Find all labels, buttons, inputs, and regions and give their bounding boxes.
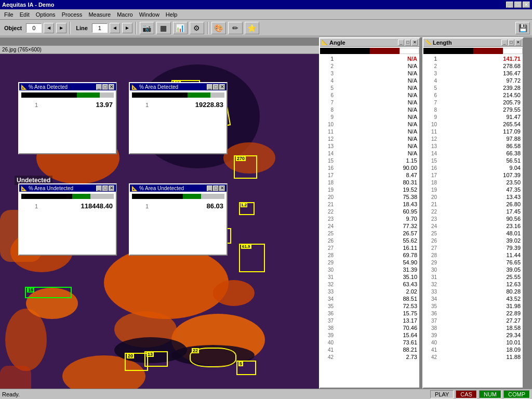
line-nav-right[interactable]: ► [122, 23, 132, 33]
angle-row: 42 2.73 [320, 353, 419, 361]
menu-macro[interactable]: Macro [114, 10, 136, 19]
maximize-btn-2[interactable]: □ [213, 84, 219, 90]
angle-row-num: 25 [320, 230, 336, 237]
angle-row: 18 80.31 [320, 179, 419, 186]
maximize-btn-3[interactable]: □ [102, 185, 108, 191]
length-maximize[interactable]: □ [508, 39, 514, 46]
length-row-val: 12.63 [439, 281, 523, 288]
length-panel-buttons[interactable]: _ □ ✕ [501, 39, 521, 46]
line-input[interactable] [92, 23, 108, 33]
area-undetected-1-row: 1 118448.40 [22, 202, 113, 210]
histogram-icon[interactable]: 📊 [173, 22, 188, 34]
menu-window[interactable]: Window [136, 10, 163, 19]
length-row-val: 29.34 [439, 331, 523, 339]
close-btn-2[interactable]: ✕ [219, 84, 225, 90]
angle-row-val: N/A [336, 70, 419, 77]
length-row-num: 39 [423, 331, 439, 339]
row-num-4: 1 [133, 202, 149, 210]
maximize-btn-4[interactable]: □ [213, 185, 219, 191]
menu-help[interactable]: Help [163, 10, 181, 19]
menu-measure[interactable]: Measure [85, 10, 114, 19]
angle-row-num: 27 [320, 244, 336, 251]
length-row-num: 21 [423, 201, 439, 208]
color-wheel-icon[interactable]: 🎨 [211, 22, 226, 34]
length-row-num: 38 [423, 324, 439, 331]
angle-row-num: 9 [320, 113, 336, 121]
title-bar-buttons[interactable]: _ □ ✕ [506, 2, 530, 8]
area-detected-1-title: 📐 % Area Detected _ □ ✕ [19, 83, 116, 90]
length-row: 42 11.88 [423, 353, 523, 361]
svg-point-12 [213, 280, 255, 306]
object-nav-left[interactable]: ◄ [44, 23, 54, 33]
close-btn-4[interactable]: ✕ [219, 185, 225, 191]
length-row-val: 39.05 [439, 266, 523, 273]
camera-icon[interactable]: 📷 [140, 22, 154, 34]
menu-options[interactable]: Options [33, 10, 59, 19]
length-row: 24 23.16 [423, 222, 523, 230]
length-close[interactable]: ✕ [515, 39, 521, 46]
grid-icon[interactable]: ▦ [156, 22, 171, 34]
length-row-val: 86.58 [439, 142, 523, 150]
line-nav-left[interactable]: ◄ [110, 23, 120, 33]
angle-row-val: N/A [336, 113, 419, 121]
angle-row-num: 11 [320, 128, 336, 135]
length-row: 39 29.34 [423, 331, 523, 339]
length-row-num: 20 [423, 193, 439, 201]
minimize-button[interactable]: _ [506, 2, 513, 8]
angle-row: 38 70.46 [320, 324, 419, 331]
angle-row: 35 72.53 [320, 302, 419, 310]
maximize-btn[interactable]: □ [102, 84, 108, 90]
angle-row: 8 N/A [320, 106, 419, 113]
color-seg-green-3 [72, 194, 91, 199]
menu-edit[interactable]: Edit [17, 10, 33, 19]
angle-row-val: 2.02 [336, 288, 419, 295]
angle-row: 9 N/A [320, 113, 419, 121]
angle-minimize[interactable]: _ [398, 39, 404, 46]
length-minimize[interactable]: _ [501, 39, 508, 46]
area-detected-1-buttons[interactable]: _ □ ✕ [96, 84, 114, 90]
length-row-val: 90.56 [439, 215, 523, 222]
length-row-val: 56.51 [439, 157, 523, 164]
angle-maximize[interactable]: □ [405, 39, 411, 46]
object-input[interactable] [26, 23, 42, 33]
angle-row-num: 36 [320, 310, 336, 317]
angle-row-val: 26.57 [336, 230, 419, 237]
area-detected-2-buttons[interactable]: _ □ ✕ [207, 84, 225, 90]
area-undetected-2-buttons[interactable]: _ □ ✕ [207, 185, 225, 191]
area-undetected-1-buttons[interactable]: _ □ ✕ [96, 185, 114, 191]
area-detected-1-window: 📐 % Area Detected _ □ ✕ 1 [18, 82, 117, 154]
star-icon[interactable]: ⭐ [245, 22, 259, 34]
angle-close[interactable]: ✕ [411, 39, 418, 46]
area-undetected-2-icon: 📐 [131, 185, 138, 191]
length-row-num: 3 [423, 70, 439, 77]
length-row-val: 39.02 [439, 237, 523, 244]
object-nav-right[interactable]: ► [56, 23, 66, 33]
menu-process[interactable]: Process [59, 10, 86, 19]
close-btn[interactable]: ✕ [109, 84, 114, 90]
object-label-5: 5 [238, 361, 243, 366]
minimize-btn-3[interactable]: _ [96, 185, 102, 191]
length-row-num: 2 [423, 62, 439, 70]
length-table: 1 141.71 2 278.68 3 136.47 4 97.72 5 239… [423, 55, 523, 361]
settings-icon[interactable]: ⚙ [190, 22, 204, 34]
close-button[interactable]: ✕ [523, 2, 530, 8]
minimize-btn-4[interactable]: _ [207, 185, 212, 191]
area-detected-1-spacer [21, 110, 114, 151]
angle-row: 25 26.57 [320, 230, 419, 237]
export-icon[interactable]: 💾 [515, 22, 530, 34]
length-row-num: 25 [423, 230, 439, 237]
maximize-button[interactable]: □ [514, 2, 522, 8]
length-panel-scroll[interactable]: 1 141.71 2 278.68 3 136.47 4 97.72 5 239… [423, 55, 523, 388]
close-btn-3[interactable]: ✕ [109, 185, 114, 191]
angle-panel-scroll[interactable]: 1 N/A 2 N/A 3 N/A 4 N/A 5 N/A 6 N/A 7 N/… [320, 55, 419, 388]
minimize-btn-2[interactable]: _ [207, 84, 212, 90]
angle-row-num: 8 [320, 106, 336, 113]
edit-icon[interactable]: ✏ [228, 22, 243, 34]
length-color-white [503, 48, 523, 54]
angle-panel-buttons[interactable]: _ □ ✕ [398, 39, 418, 46]
minimize-btn[interactable]: _ [96, 84, 102, 90]
length-row: 19 47.35 [423, 186, 523, 193]
menu-file[interactable]: File [1, 10, 17, 19]
color-seg-black-2 [132, 92, 188, 98]
angle-row-val: N/A [336, 84, 419, 91]
